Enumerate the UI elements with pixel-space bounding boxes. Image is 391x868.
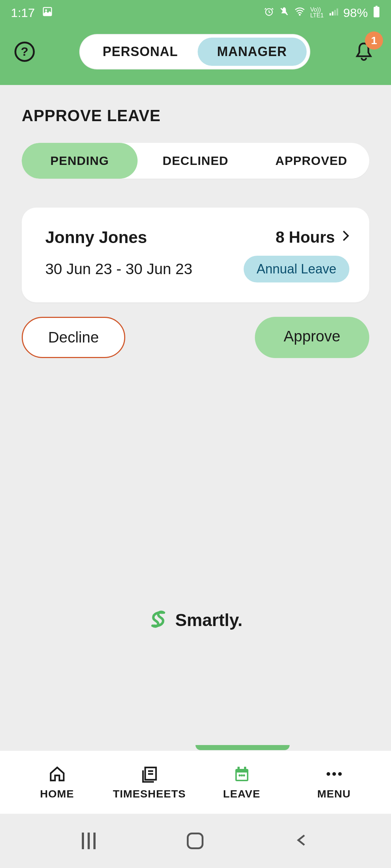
network-label: Vo)) LTE1 (310, 7, 324, 18)
svg-rect-5 (332, 12, 333, 16)
svg-rect-13 (244, 767, 246, 770)
image-icon (42, 6, 53, 20)
tab-approved[interactable]: APPROVED (253, 143, 369, 179)
tab-declined[interactable]: DECLINED (138, 143, 253, 179)
svg-rect-6 (334, 10, 336, 16)
status-bar: 1:17 Vo)) LTE1 98% (0, 0, 391, 25)
svg-rect-12 (237, 767, 240, 770)
role-manager[interactable]: MANAGER (198, 38, 307, 66)
timesheets-icon (140, 765, 159, 783)
approve-button[interactable]: Approve (255, 317, 369, 358)
decline-button[interactable]: Decline (22, 317, 125, 358)
alarm-icon (264, 7, 274, 19)
nav-leave[interactable]: LEAVE (196, 765, 288, 800)
status-time: 1:17 (11, 6, 35, 20)
bell-icon (355, 58, 373, 64)
leave-hours: 8 Hours (276, 228, 335, 246)
help-icon[interactable]: ? (14, 42, 35, 62)
chevron-right-icon (342, 230, 349, 244)
nav-menu-label: MENU (317, 788, 350, 800)
employee-name: Jonny Jones (45, 227, 147, 247)
signal-icon (329, 7, 338, 19)
svg-point-16 (241, 774, 243, 776)
nav-timesheets[interactable]: TIMESHEETS (103, 765, 196, 800)
sys-recents-button[interactable] (82, 833, 96, 849)
nav-timesheets-label: TIMESHEETS (113, 788, 186, 800)
sys-home-button[interactable] (187, 833, 203, 849)
leave-dates: 30 Jun 23 - 30 Jun 23 (45, 260, 192, 278)
active-tab-indicator (196, 745, 290, 750)
nav-leave-label: LEAVE (223, 788, 260, 800)
home-icon (48, 765, 67, 783)
svg-point-15 (239, 774, 241, 776)
svg-point-3 (299, 14, 300, 16)
brand-logo-icon (148, 609, 168, 630)
menu-icon (325, 765, 344, 783)
bottom-nav: HOME TIMESHEETS LEAVE MENU (0, 751, 391, 814)
notification-badge: 1 (365, 31, 383, 50)
svg-rect-7 (337, 8, 338, 16)
svg-point-1 (45, 9, 47, 11)
svg-rect-9 (374, 7, 379, 17)
nav-menu[interactable]: MENU (288, 765, 380, 800)
calendar-icon (232, 765, 251, 783)
brand-name: Smartly. (175, 610, 243, 630)
app-header: ? PERSONAL MANAGER 1 (0, 25, 391, 85)
role-toggle: PERSONAL MANAGER (79, 34, 310, 69)
leave-request-card[interactable]: Jonny Jones 8 Hours 30 Jun 23 - 30 Jun 2… (22, 208, 369, 302)
leave-type-badge: Annual Leave (244, 256, 349, 282)
status-tabs: PENDING DECLINED APPROVED (22, 143, 369, 179)
svg-point-17 (243, 774, 245, 776)
svg-rect-4 (329, 13, 331, 16)
brand: Smartly. (0, 609, 391, 630)
battery-icon (373, 6, 380, 20)
system-nav-bar (0, 814, 391, 868)
wifi-icon (294, 6, 305, 20)
notifications-button[interactable]: 1 (355, 41, 377, 63)
mute-icon (279, 7, 289, 19)
page-title: APPROVE LEAVE (22, 107, 369, 125)
nav-home-label: HOME (40, 788, 74, 800)
svg-rect-8 (375, 6, 377, 7)
role-personal[interactable]: PERSONAL (83, 38, 197, 66)
sys-back-button[interactable] (295, 833, 309, 849)
battery-percent: 98% (343, 6, 368, 20)
tab-pending[interactable]: PENDING (22, 143, 138, 179)
nav-home[interactable]: HOME (11, 765, 103, 800)
